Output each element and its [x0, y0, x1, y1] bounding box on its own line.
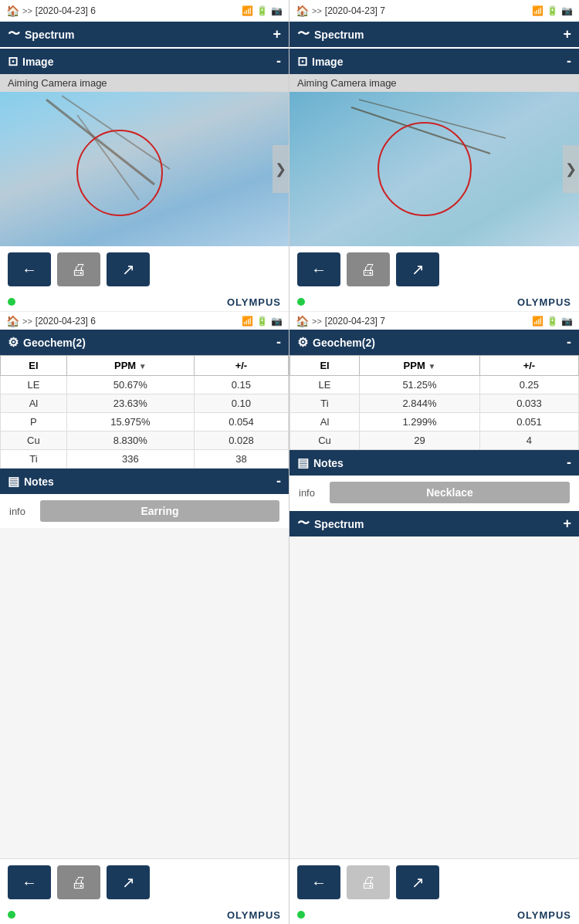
- right-col-el: El: [290, 356, 360, 376]
- left-image-label: Image: [22, 56, 53, 68]
- left-camera-expand[interactable]: ❯: [273, 145, 289, 193]
- left-notes-header-left: ▤ Notes: [8, 474, 54, 489]
- right-image-label: Image: [312, 56, 343, 68]
- left-geochem-table-wrap: El PPM ▼ +/- LE50.67%0.15Al23.63%0.10P15…: [0, 355, 289, 469]
- table-row: LE51.25%0.25: [290, 376, 579, 394]
- left-geochem-header[interactable]: ⚙ Geochem(2) -: [0, 330, 289, 355]
- left-spectrum-label: Spectrum: [25, 29, 75, 41]
- right-status-icons-2: 📶 🔋 📷: [532, 316, 573, 327]
- left-back-button-bottom[interactable]: ←: [8, 865, 51, 899]
- home-icon-right-2[interactable]: 🏠: [296, 315, 309, 327]
- left-status-bar-2-left: 🏠 >> [2020-04-23] 6: [6, 315, 96, 327]
- table-row: Ti2.844%0.033: [290, 394, 579, 413]
- right-expand-button-bottom[interactable]: ↗: [396, 865, 439, 899]
- left-camera-decoration: [0, 92, 289, 246]
- left-image-toggle[interactable]: -: [276, 53, 281, 69]
- right-camera-image: ❯: [290, 92, 579, 246]
- signal-icon-left: 📷: [271, 5, 283, 16]
- left-expand-button[interactable]: ↗: [107, 252, 150, 286]
- left-notes-header[interactable]: ▤ Notes -: [0, 469, 289, 494]
- left-button-row-bottom: ← 🖨 ↗: [0, 858, 289, 905]
- right-back-button-bottom[interactable]: ←: [297, 865, 340, 899]
- spectrum-icon-left: 〜: [8, 26, 20, 42]
- geochem-icon-left: ⚙: [8, 335, 19, 350]
- right-camera-expand[interactable]: ❯: [563, 145, 579, 193]
- right-spectrum-toggle[interactable]: +: [563, 26, 571, 42]
- left-notes-toggle[interactable]: -: [276, 473, 281, 489]
- left-notes-label: Notes: [24, 476, 54, 488]
- table-row: Cu294: [290, 432, 579, 450]
- right-geochem-table: El PPM ▼ +/- LE51.25%0.25Ti2.844%0.033Al…: [290, 355, 579, 450]
- left-expand-button-bottom[interactable]: ↗: [107, 865, 150, 899]
- right-status-bar-left: 🏠 >> [2020-04-23] 7: [296, 5, 385, 17]
- right-spectrum-bottom-toggle[interactable]: +: [563, 516, 571, 532]
- left-notes-value-button[interactable]: Earring: [40, 500, 279, 522]
- right-image-header[interactable]: ⊡ Image -: [290, 49, 579, 74]
- left-camera-label: Aiming Camera image: [0, 74, 289, 92]
- left-print-button[interactable]: 🖨: [57, 252, 100, 286]
- right-print-button[interactable]: 🖨: [347, 252, 390, 286]
- right-bottom-bar-1: OLYMPUS: [290, 293, 579, 311]
- left-panel: 🏠 >> [2020-04-23] 6 📶 🔋 📷 〜 Spectrum + ⊡…: [0, 0, 290, 924]
- right-geochem-label: Geochem(2): [313, 337, 375, 349]
- right-spectrum-bottom-header[interactable]: 〜 Spectrum +: [290, 511, 579, 536]
- right-status-dot: [297, 298, 305, 306]
- breadcrumb-chevron-left-2: >>: [22, 316, 32, 326]
- right-status-bar-2: 🏠 >> [2020-04-23] 7 📶 🔋 📷: [290, 311, 579, 330]
- right-geochem-toggle[interactable]: -: [567, 334, 571, 350]
- right-button-row-bottom: ← 🖨 ↗: [290, 858, 579, 905]
- left-geochem-header-left: ⚙ Geochem(2): [8, 335, 86, 350]
- spectrum-icon-right-bottom: 〜: [297, 516, 310, 532]
- right-expand-button[interactable]: ↗: [396, 252, 439, 286]
- left-back-button[interactable]: ←: [8, 252, 51, 286]
- left-final-status-dot: [8, 911, 15, 919]
- left-geochem-table: El PPM ▼ +/- LE50.67%0.15Al23.63%0.10P15…: [0, 355, 289, 469]
- left-spacer: [0, 528, 289, 858]
- right-back-button[interactable]: ←: [297, 252, 340, 286]
- right-notes-info-label: info: [299, 487, 322, 499]
- left-spectrum-toggle[interactable]: +: [273, 26, 281, 42]
- right-camera-label: Aiming Camera image: [290, 74, 579, 92]
- right-image-toggle[interactable]: -: [567, 53, 571, 69]
- left-status-bar-left: 🏠 >> [2020-04-23] 6: [6, 5, 96, 17]
- right-status-bar-2-left: 🏠 >> [2020-04-23] 7: [296, 315, 385, 327]
- right-print-button-bottom[interactable]: 🖨: [347, 865, 390, 899]
- right-notes-value-button[interactable]: Necklace: [330, 482, 570, 503]
- left-spectrum-header[interactable]: 〜 Spectrum +: [0, 22, 289, 47]
- left-print-button-bottom[interactable]: 🖨: [57, 865, 100, 899]
- home-icon-left-2[interactable]: 🏠: [6, 315, 19, 327]
- right-spectrum-bottom-label: Spectrum: [314, 518, 364, 530]
- left-final-bottom-bar: OLYMPUS: [0, 905, 289, 924]
- left-image-header[interactable]: ⊡ Image -: [0, 49, 289, 74]
- breadcrumb-title-right-2: [2020-04-23] 7: [325, 316, 385, 327]
- right-spectrum-bottom-header-left: 〜 Spectrum: [297, 516, 364, 532]
- left-image-header-left: ⊡ Image: [8, 54, 53, 69]
- table-row: Al1.299%0.051: [290, 413, 579, 432]
- right-final-olympus: OLYMPUS: [517, 909, 571, 921]
- left-geochem-toggle[interactable]: -: [276, 334, 281, 350]
- breadcrumb-title-right: [2020-04-23] 7: [325, 5, 385, 16]
- left-col-ppm: PPM ▼: [66, 356, 194, 376]
- left-button-row-top: ← 🖨 ↗: [0, 246, 289, 293]
- svg-point-6: [378, 123, 471, 215]
- right-notes-header[interactable]: ▤ Notes -: [290, 450, 579, 476]
- right-camera-decoration: [290, 92, 579, 246]
- breadcrumb-chevron-right: >>: [312, 6, 322, 15]
- signal-icon-left-2: 📷: [271, 316, 283, 327]
- home-icon-right[interactable]: 🏠: [296, 5, 309, 17]
- right-spectrum-header[interactable]: 〜 Spectrum +: [290, 22, 579, 47]
- right-notes-toggle[interactable]: -: [567, 455, 571, 471]
- home-icon-left[interactable]: 🏠: [6, 5, 19, 17]
- battery-icon-left-2: 🔋: [256, 316, 268, 327]
- right-final-bottom-bar: OLYMPUS: [290, 905, 579, 924]
- right-geochem-header[interactable]: ⚙ Geochem(2) -: [290, 330, 579, 355]
- wifi-icon-right: 📶: [532, 5, 543, 16]
- spectrum-icon-right: 〜: [297, 26, 310, 42]
- left-status-bar: 🏠 >> [2020-04-23] 6 📶 🔋 📷: [0, 0, 289, 22]
- right-image-header-left: ⊡ Image: [297, 54, 343, 69]
- left-geochem-label: Geochem(2): [23, 337, 86, 349]
- table-row: Al23.63%0.10: [1, 394, 289, 413]
- right-spectrum-label: Spectrum: [314, 29, 364, 41]
- table-row: P15.975%0.054: [1, 413, 289, 432]
- breadcrumb-chevron-right-2: >>: [312, 316, 322, 326]
